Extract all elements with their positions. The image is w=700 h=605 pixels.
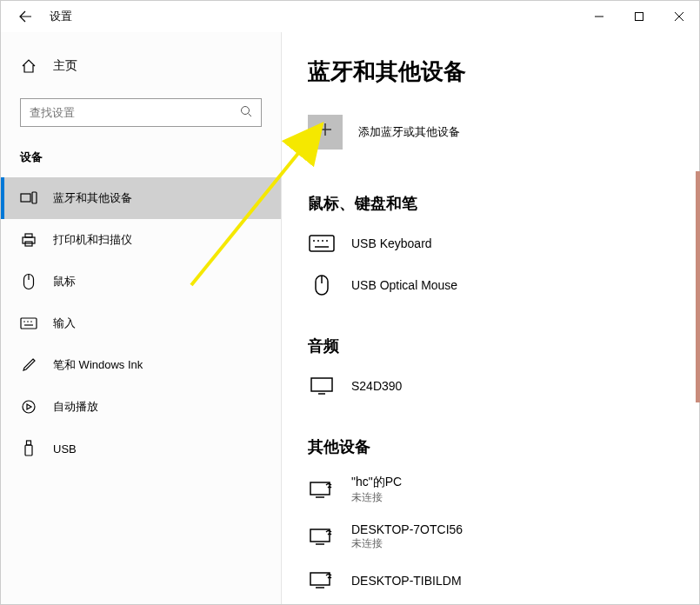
sidebar: 主页 设备 蓝牙和其他设备 打印机和扫描仪 xyxy=(1,32,282,604)
maximize-button[interactable] xyxy=(619,3,659,30)
device-name: "hc"的PC xyxy=(351,475,402,490)
sidebar-item-label: 鼠标 xyxy=(53,274,76,289)
keyboard-icon xyxy=(308,231,336,256)
svg-point-2 xyxy=(242,107,250,115)
titlebar: 设置 xyxy=(1,1,699,32)
sidebar-item-mouse[interactable]: 鼠标 xyxy=(1,261,281,302)
mouse-icon xyxy=(308,273,336,297)
sidebar-item-pen[interactable]: 笔和 Windows Ink xyxy=(1,344,281,386)
minimize-icon xyxy=(594,11,604,22)
keyboard-icon xyxy=(20,315,37,332)
usb-icon xyxy=(20,440,37,457)
arrow-left-icon xyxy=(18,10,32,23)
svg-line-3 xyxy=(249,114,252,117)
sidebar-item-usb[interactable]: USB xyxy=(1,428,281,469)
sidebar-item-label: 输入 xyxy=(53,316,76,331)
device-name: USB Optical Mouse xyxy=(351,278,457,292)
home-icon xyxy=(20,57,37,75)
sidebar-item-label: 打印机和扫描仪 xyxy=(53,232,132,248)
sidebar-item-label: USB xyxy=(53,442,77,455)
svg-point-13 xyxy=(27,321,29,322)
device-name: USB Keyboard xyxy=(351,236,432,250)
search-box[interactable] xyxy=(20,98,262,127)
sidebar-item-printers[interactable]: 打印机和扫描仪 xyxy=(1,219,281,261)
svg-rect-1 xyxy=(636,13,643,21)
svg-point-12 xyxy=(23,321,25,322)
printer-icon xyxy=(20,231,37,249)
section-heading: 音频 xyxy=(308,336,673,356)
svg-point-24 xyxy=(322,240,323,242)
device-item[interactable]: "hc"的PC 未连接 xyxy=(308,466,673,514)
add-device-label: 添加蓝牙或其他设备 xyxy=(358,124,460,140)
decorative-edge xyxy=(696,171,700,402)
close-icon xyxy=(674,11,684,22)
device-status: 未连接 xyxy=(351,536,463,551)
mouse-icon xyxy=(20,273,37,290)
svg-rect-7 xyxy=(23,237,35,243)
svg-rect-4 xyxy=(21,194,30,202)
sidebar-item-label: 自动播放 xyxy=(53,399,98,415)
device-status: 未连接 xyxy=(351,490,402,505)
sidebar-home[interactable]: 主页 xyxy=(1,50,281,83)
back-button[interactable] xyxy=(15,6,36,27)
svg-point-16 xyxy=(23,401,35,413)
section-heading: 鼠标、键盘和笔 xyxy=(308,193,673,214)
section-heading: 其他设备 xyxy=(308,436,673,457)
search-icon xyxy=(240,105,252,120)
pc-icon xyxy=(308,568,336,593)
sidebar-item-label: 蓝牙和其他设备 xyxy=(53,190,132,206)
sidebar-section-title: 设备 xyxy=(1,139,281,177)
close-button[interactable] xyxy=(659,3,699,30)
devices-icon xyxy=(20,189,37,207)
sidebar-item-label: 笔和 Windows Ink xyxy=(53,357,143,373)
pen-icon xyxy=(20,356,37,374)
svg-point-23 xyxy=(317,240,319,242)
pc-icon xyxy=(308,525,336,549)
svg-point-22 xyxy=(313,240,315,242)
window-title: 设置 xyxy=(50,9,72,24)
sidebar-item-typing[interactable]: 输入 xyxy=(1,302,281,344)
device-item[interactable]: DESKTOP-7OTCI56 未连接 xyxy=(308,514,673,560)
device-item[interactable]: S24D390 xyxy=(308,365,673,407)
main-content: 蓝牙和其他设备 添加蓝牙或其他设备 鼠标、键盘和笔 USB Keyboard xyxy=(282,32,699,604)
pc-icon xyxy=(308,478,336,502)
device-item[interactable]: USB Optical Mouse xyxy=(308,264,673,306)
svg-rect-21 xyxy=(310,236,334,251)
svg-rect-5 xyxy=(32,192,37,203)
device-name: DESKTOP-TIBILDM xyxy=(351,574,462,588)
sidebar-item-bluetooth[interactable]: 蓝牙和其他设备 xyxy=(1,177,281,219)
add-device-row[interactable]: 添加蓝牙或其他设备 xyxy=(308,115,673,150)
minimize-button[interactable] xyxy=(579,3,619,30)
maximize-icon xyxy=(634,11,644,22)
monitor-icon xyxy=(308,374,336,398)
svg-rect-6 xyxy=(25,234,32,237)
add-button[interactable] xyxy=(308,115,343,150)
search-input[interactable] xyxy=(30,106,240,119)
plus-icon xyxy=(317,121,334,143)
svg-rect-18 xyxy=(25,445,32,455)
device-name: S24D390 xyxy=(351,379,402,393)
svg-point-25 xyxy=(326,240,328,242)
svg-rect-29 xyxy=(311,378,332,391)
device-name: DESKTOP-7OTCI56 xyxy=(351,522,463,536)
svg-point-14 xyxy=(30,321,32,322)
sidebar-home-label: 主页 xyxy=(53,58,77,74)
autoplay-icon xyxy=(20,398,37,416)
svg-rect-11 xyxy=(21,318,37,329)
device-item[interactable]: USB Keyboard xyxy=(308,223,673,264)
page-title: 蓝牙和其他设备 xyxy=(308,57,673,87)
device-item[interactable]: DESKTOP-TIBILDM xyxy=(308,560,673,602)
sidebar-item-autoplay[interactable]: 自动播放 xyxy=(1,386,281,428)
svg-rect-17 xyxy=(27,441,31,445)
